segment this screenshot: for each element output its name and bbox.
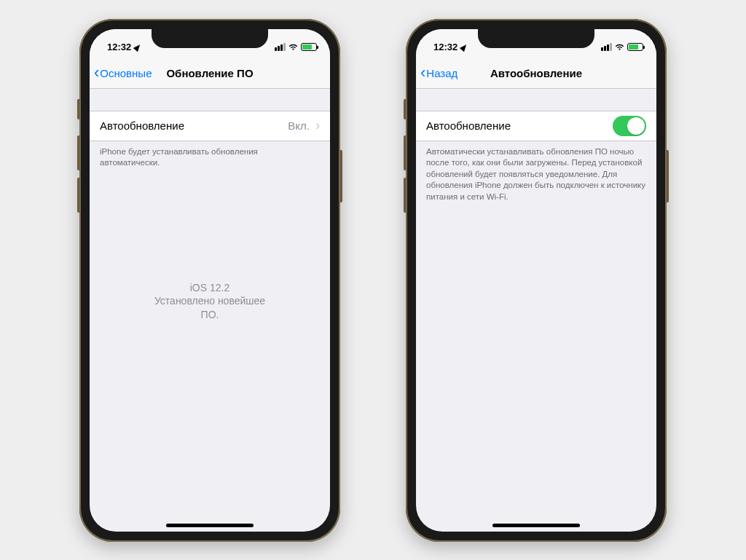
screen: 12:32 ‹ Основные Обновление ПО Автообно [90,29,330,532]
row-value: Вкл. [288,119,310,132]
notch [152,29,268,48]
chevron-left-icon: ‹ [420,65,425,81]
battery-icon [627,43,643,51]
row-label: Автообновление [426,119,511,132]
update-status: iOS 12.2 Установлено новейшее ПО. [150,281,270,323]
phone-mockup-left: 12:32 ‹ Основные Обновление ПО Автообно [79,19,340,542]
page-title: Автообновление [490,67,582,79]
back-label: Назад [426,67,458,79]
back-button[interactable]: ‹ Назад [420,65,458,81]
section-footer: Автоматически устанавливать обновления П… [416,141,656,203]
location-icon [460,42,468,51]
content: Автообновление Автоматически устанавлива… [416,89,656,532]
nav-bar: ‹ Назад Автообновление [416,58,656,89]
status-time: 12:32 [107,42,131,52]
auto-update-toggle[interactable] [613,116,646,136]
cellular-signal-icon [601,43,612,51]
update-status-text: Установлено новейшее ПО. [150,295,270,323]
notch [478,29,594,48]
home-indicator[interactable] [166,524,254,527]
location-icon [133,42,142,51]
home-indicator[interactable] [492,524,580,527]
ios-version: iOS 12.2 [150,281,270,295]
back-button[interactable]: ‹ Основные [94,65,152,81]
phone-mockup-right: 12:32 ‹ Назад Автообновление Автообновл [406,19,667,542]
battery-icon [301,43,317,51]
back-label: Основные [100,67,152,79]
nav-bar: ‹ Основные Обновление ПО [90,58,330,89]
wifi-icon [615,44,624,51]
cellular-signal-icon [275,43,286,51]
content: Автообновление Вкл. › iPhone будет устан… [90,89,330,532]
section-footer: iPhone будет устанавливать обновления ав… [90,141,330,169]
status-time: 12:32 [433,42,458,52]
page-title: Обновление ПО [166,67,253,79]
screen: 12:32 ‹ Назад Автообновление Автообновл [416,29,656,532]
wifi-icon [288,44,298,51]
auto-update-toggle-row: Автообновление [416,111,656,141]
row-label: Автообновление [100,119,184,132]
auto-update-row[interactable]: Автообновление Вкл. › [90,111,330,141]
chevron-right-icon: › [315,118,320,133]
chevron-left-icon: ‹ [94,65,99,81]
